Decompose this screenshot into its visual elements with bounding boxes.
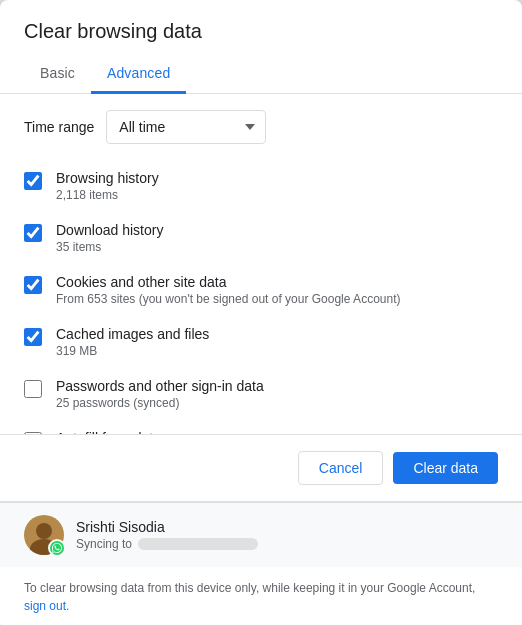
autofill-label: Autofill form data — [56, 430, 161, 434]
tab-advanced[interactable]: Advanced — [91, 55, 186, 94]
browsing-history-desc: 2,118 items — [56, 188, 159, 202]
whatsapp-badge-icon — [48, 539, 66, 557]
clear-browsing-data-dialog: Clear browsing data Basic Advanced Time … — [0, 0, 522, 625]
sync-label: Syncing to — [76, 537, 132, 551]
cancel-button[interactable]: Cancel — [298, 451, 384, 485]
sign-out-link[interactable]: sign out. — [24, 599, 69, 613]
tab-basic[interactable]: Basic — [24, 55, 91, 94]
footer-text: To clear browsing data from this device … — [0, 567, 522, 625]
content-area: Time range All time Last hour Last 24 ho… — [0, 94, 522, 434]
checkbox-autofill: Autofill form data — [24, 420, 498, 434]
user-section: Srishti Sisodia Syncing to — [0, 502, 522, 567]
tabs-bar: Basic Advanced — [0, 55, 522, 94]
sync-account-blur — [138, 538, 258, 550]
cache-label: Cached images and files — [56, 326, 209, 342]
checkbox-cookies: Cookies and other site data From 653 sit… — [24, 264, 498, 316]
dialog-title: Clear browsing data — [0, 0, 522, 55]
time-range-label: Time range — [24, 119, 94, 135]
passwords-desc: 25 passwords (synced) — [56, 396, 264, 410]
download-history-desc: 35 items — [56, 240, 163, 254]
actions-row: Cancel Clear data — [0, 435, 522, 501]
checkbox-passwords-input[interactable] — [24, 380, 42, 398]
checkbox-browsing-history-input[interactable] — [24, 172, 42, 190]
checkbox-passwords: Passwords and other sign-in data 25 pass… — [24, 368, 498, 420]
cookies-label: Cookies and other site data — [56, 274, 400, 290]
user-name: Srishti Sisodia — [76, 519, 258, 535]
checkbox-cache: Cached images and files 319 MB — [24, 316, 498, 368]
time-range-row: Time range All time Last hour Last 24 ho… — [24, 110, 498, 144]
checkbox-download-history: Download history 35 items — [24, 212, 498, 264]
download-history-label: Download history — [56, 222, 163, 238]
avatar-wrap — [24, 515, 64, 555]
passwords-label: Passwords and other sign-in data — [56, 378, 264, 394]
footer-text-before: To clear browsing data from this device … — [24, 581, 475, 595]
cache-desc: 319 MB — [56, 344, 209, 358]
checkbox-download-history-input[interactable] — [24, 224, 42, 242]
user-info: Srishti Sisodia Syncing to — [76, 519, 258, 551]
checkbox-cache-input[interactable] — [24, 328, 42, 346]
checkbox-browsing-history: Browsing history 2,118 items — [24, 160, 498, 212]
checkbox-autofill-input[interactable] — [24, 432, 42, 434]
time-range-select[interactable]: All time Last hour Last 24 hours Last 7 … — [106, 110, 266, 144]
browsing-history-label: Browsing history — [56, 170, 159, 186]
checkbox-cookies-input[interactable] — [24, 276, 42, 294]
clear-data-button[interactable]: Clear data — [393, 452, 498, 484]
cookies-desc: From 653 sites (you won't be signed out … — [56, 292, 400, 306]
